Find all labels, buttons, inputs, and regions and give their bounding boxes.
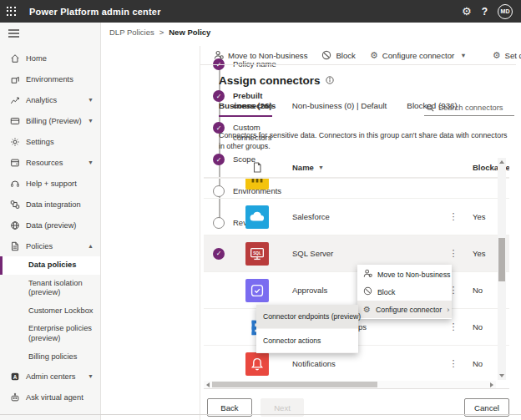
policies-icon: [9, 240, 20, 251]
selected-check-icon: ✓: [213, 248, 225, 260]
sidebar-item-environments[interactable]: Environments: [0, 68, 100, 89]
chevron-down-icon: ▼: [88, 118, 94, 124]
resources-icon: [9, 157, 20, 168]
breadcrumb-dlp-policies[interactable]: DLP Policies: [109, 28, 154, 37]
chevron-down-icon: ▼: [460, 52, 466, 59]
sidebar-item-customer-lockbox[interactable]: Customer Lockbox: [0, 302, 100, 321]
search-input[interactable]: Search connectors: [424, 99, 514, 116]
sidebar-item-resources[interactable]: Resources ▼: [0, 152, 100, 173]
gear-icon: ⚙: [493, 51, 501, 60]
approvals-icon: [245, 279, 269, 302]
sidebar-item-data-preview[interactable]: Data (preview): [0, 215, 100, 235]
power-platform-admin-center: Power Platform admin center ⚙ ? MD DLP P…: [0, 0, 521, 420]
block-icon: [321, 50, 331, 60]
person-icon: [214, 50, 224, 60]
sidebar-item-analytics[interactable]: Analytics ▼: [0, 89, 100, 110]
data-preview-icon: [9, 220, 20, 230]
sidebar-item-home[interactable]: Home: [0, 48, 100, 68]
configure-connector-submenu: Connector endpoints (preview) Connector …: [256, 305, 358, 353]
chevron-down-icon: ▼: [88, 159, 94, 165]
sidebar-item-policies[interactable]: Policies ▲: [0, 235, 100, 256]
sidebar-item-data-policies[interactable]: Data policies: [0, 256, 100, 275]
submenu-item-connector-actions[interactable]: Connector actions: [256, 329, 358, 353]
sidebar-item-help-support[interactable]: Help + support: [0, 173, 100, 194]
more-options-icon[interactable]: ⋮: [449, 211, 458, 221]
horizontal-scrollbar-thumb[interactable]: [212, 382, 377, 387]
gear-icon: ⚙: [363, 306, 371, 314]
row-context-menu: Move to Non-business Block ⚙ Configure c…: [357, 265, 452, 319]
more-options-icon[interactable]: ⋮: [449, 358, 458, 368]
waffle-icon[interactable]: [0, 0, 23, 23]
table-row-sql-server[interactable]: ✓ SQL SQL Server ⋮ Yes: [204, 235, 509, 271]
admin-centers-icon: A: [9, 371, 20, 382]
sort-chevron-icon: ▼: [318, 164, 324, 170]
page-title: Assign connectors: [219, 74, 334, 87]
block-button[interactable]: Block: [321, 50, 355, 60]
breadcrumb: DLP Policies > New Policy: [109, 28, 210, 37]
submenu-item-connector-endpoints[interactable]: Connector endpoints (preview): [256, 305, 358, 329]
tab-business[interactable]: Business (26): [219, 101, 272, 117]
document-icon: [234, 162, 281, 173]
chevron-right-icon: ›: [447, 306, 449, 314]
menu-item-move-to-non-business[interactable]: Move to Non-business: [357, 266, 452, 283]
page-bottom-divider: [0, 414, 521, 415]
sidebar-item-tenant-isolation[interactable]: Tenant isolation (preview): [0, 275, 100, 302]
home-icon: [9, 53, 20, 63]
block-icon: [363, 286, 372, 297]
set-default-group-button[interactable]: ⚙ Set default group: [493, 51, 521, 60]
table-row-partial[interactable]: [204, 178, 509, 198]
wizard-steps-panel: ✓ Policy name ✓ Prebuilt connectors ✓ Cu…: [101, 46, 200, 420]
hamburger-icon[interactable]: [0, 23, 25, 44]
menu-item-block[interactable]: Block: [357, 283, 452, 301]
svg-text:A: A: [13, 373, 17, 379]
vertical-scrollbar[interactable]: [498, 158, 506, 380]
sidebar-item-billing-policies[interactable]: Billing policies: [0, 348, 100, 367]
horizontal-scrollbar[interactable]: [204, 381, 496, 388]
help-icon[interactable]: ?: [482, 6, 488, 18]
top-app-bar: Power Platform admin center ⚙ ? MD: [0, 0, 521, 23]
group-description: Connectors for sensitive data. Connector…: [219, 130, 509, 153]
scroll-right-icon[interactable]: [490, 382, 493, 387]
sidebar-item-enterprise-policies[interactable]: Enterprise policies (preview): [0, 320, 100, 347]
scroll-left-icon[interactable]: [206, 382, 210, 387]
main-content: Move to Non-business Block ⚙ Configure c…: [200, 46, 521, 420]
sidebar-item-ask-virtual-agent[interactable]: Ask virtual agent: [0, 387, 100, 407]
virtual-agent-icon: [9, 392, 20, 402]
menu-item-configure-connector[interactable]: ⚙ Configure connector ›: [357, 301, 452, 318]
chevron-down-icon: ▼: [88, 373, 94, 379]
group-tabs: Business (26) Non-business (0) | Default…: [219, 101, 458, 117]
table-row-salesforce[interactable]: Salesforce ⋮ Yes: [204, 198, 509, 235]
sidebar-item-admin-centers[interactable]: A Admin centers ▼: [0, 366, 100, 387]
command-bar: Move to Non-business Block ⚙ Configure c…: [200, 46, 516, 65]
svg-text:SQL: SQL: [253, 250, 261, 255]
analytics-icon: [9, 94, 20, 105]
app-title: Power Platform admin center: [29, 7, 161, 17]
sidebar-item-settings[interactable]: Settings: [0, 131, 100, 152]
salesforce-icon: [245, 205, 269, 229]
chevron-up-icon: ▲: [88, 243, 94, 249]
connector-name: Notifications: [281, 359, 434, 368]
sidebar-nav: Home Environments Analytics ▼ Billing (P…: [0, 23, 101, 420]
avatar[interactable]: MD: [498, 4, 513, 19]
settings-gear-icon[interactable]: ⚙: [462, 6, 472, 17]
sidebar-item-data-integration[interactable]: Data integration: [0, 194, 100, 215]
scroll-up-icon[interactable]: [499, 160, 504, 164]
info-icon[interactable]: [326, 74, 334, 87]
table-row-approvals[interactable]: Approvals ⋮ No: [204, 271, 509, 308]
configure-connector-button[interactable]: ⚙ Configure connector ▼: [370, 51, 467, 60]
wizard-footer: Back Next Cancel: [200, 389, 521, 420]
more-options-icon[interactable]: ⋮: [449, 321, 458, 331]
connector-name: SQL Server: [281, 249, 434, 258]
connectors-table: Name ▼ Blockable: [204, 157, 509, 389]
gear-icon: ⚙: [370, 51, 378, 60]
move-to-non-business-button[interactable]: Move to Non-business: [214, 50, 307, 60]
help-support-icon: [9, 178, 20, 189]
person-icon: [363, 269, 372, 280]
search-icon: [426, 104, 434, 112]
column-header-name[interactable]: Name ▼: [281, 163, 434, 172]
sidebar-item-billing[interactable]: Billing (Preview) ▼: [0, 110, 100, 131]
more-options-icon[interactable]: ⋮: [449, 248, 458, 258]
scroll-down-icon[interactable]: [499, 374, 504, 377]
vertical-scrollbar-thumb[interactable]: [498, 238, 505, 281]
tab-non-business[interactable]: Non-business (0) | Default: [292, 101, 387, 117]
